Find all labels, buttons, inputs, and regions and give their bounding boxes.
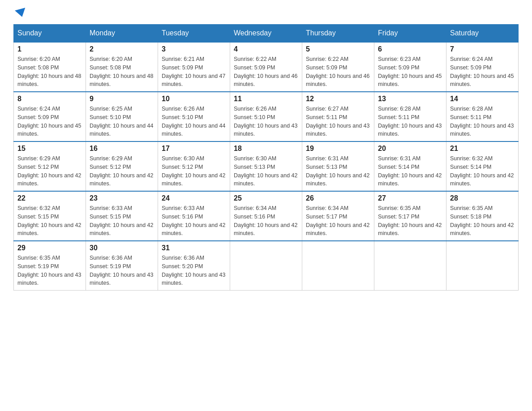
day-number: 16 [90, 145, 154, 153]
day-info: Sunrise: 6:33 AMSunset: 5:16 PMDaylight:… [162, 204, 226, 238]
calendar-cell: 9Sunrise: 6:25 AMSunset: 5:10 PMDaylight… [86, 92, 158, 141]
header-row: SundayMondayTuesdayWednesdayThursdayFrid… [14, 25, 519, 43]
day-info: Sunrise: 6:26 AMSunset: 5:10 PMDaylight:… [162, 105, 226, 138]
calendar-cell: 10Sunrise: 6:26 AMSunset: 5:10 PMDayligh… [158, 92, 230, 141]
day-number: 8 [17, 95, 82, 103]
header-tuesday: Tuesday [158, 25, 230, 43]
day-info: Sunrise: 6:32 AMSunset: 5:14 PMDaylight:… [450, 154, 515, 188]
day-number: 29 [17, 244, 82, 252]
day-info: Sunrise: 6:34 AMSunset: 5:17 PMDaylight:… [306, 204, 370, 238]
day-number: 3 [162, 45, 226, 53]
logo-triangle-icon [15, 8, 27, 18]
day-number: 2 [90, 45, 154, 53]
calendar-cell: 7Sunrise: 6:24 AMSunset: 5:09 PMDaylight… [446, 42, 519, 92]
day-number: 1 [17, 45, 82, 53]
calendar-cell: 20Sunrise: 6:31 AMSunset: 5:14 PMDayligh… [374, 141, 446, 191]
calendar-cell [302, 241, 374, 291]
day-number: 6 [378, 45, 442, 53]
day-info: Sunrise: 6:22 AMSunset: 5:09 PMDaylight:… [306, 55, 370, 89]
calendar-cell: 31Sunrise: 6:36 AMSunset: 5:20 PMDayligh… [158, 241, 230, 291]
calendar-cell: 2Sunrise: 6:20 AMSunset: 5:08 PMDaylight… [86, 42, 158, 92]
day-info: Sunrise: 6:28 AMSunset: 5:11 PMDaylight:… [378, 105, 442, 138]
day-number: 28 [450, 194, 515, 202]
day-number: 17 [162, 145, 226, 153]
calendar-cell: 14Sunrise: 6:28 AMSunset: 5:11 PMDayligh… [446, 92, 519, 141]
day-info: Sunrise: 6:32 AMSunset: 5:15 PMDaylight:… [17, 204, 82, 238]
calendar-cell [230, 241, 302, 291]
day-info: Sunrise: 6:20 AMSunset: 5:08 PMDaylight:… [90, 55, 154, 89]
day-info: Sunrise: 6:30 AMSunset: 5:13 PMDaylight:… [234, 154, 298, 188]
calendar-cell: 22Sunrise: 6:32 AMSunset: 5:15 PMDayligh… [14, 191, 86, 241]
calendar-cell: 4Sunrise: 6:22 AMSunset: 5:09 PMDaylight… [230, 42, 302, 92]
calendar-cell: 25Sunrise: 6:34 AMSunset: 5:16 PMDayligh… [230, 191, 302, 241]
day-info: Sunrise: 6:27 AMSunset: 5:11 PMDaylight:… [306, 105, 370, 138]
day-info: Sunrise: 6:36 AMSunset: 5:20 PMDaylight:… [162, 254, 226, 287]
day-info: Sunrise: 6:25 AMSunset: 5:10 PMDaylight:… [90, 105, 154, 138]
header-sunday: Sunday [14, 25, 86, 43]
calendar-cell: 18Sunrise: 6:30 AMSunset: 5:13 PMDayligh… [230, 141, 302, 191]
calendar-cell: 5Sunrise: 6:22 AMSunset: 5:09 PMDaylight… [302, 42, 374, 92]
day-number: 5 [306, 45, 370, 53]
day-info: Sunrise: 6:22 AMSunset: 5:09 PMDaylight:… [234, 55, 298, 89]
day-info: Sunrise: 6:31 AMSunset: 5:14 PMDaylight:… [378, 154, 442, 188]
header-friday: Friday [374, 25, 446, 43]
calendar-cell: 11Sunrise: 6:26 AMSunset: 5:10 PMDayligh… [230, 92, 302, 141]
calendar-cell [374, 241, 446, 291]
logo [13, 9, 26, 17]
day-number: 26 [306, 194, 370, 202]
calendar-cell: 13Sunrise: 6:28 AMSunset: 5:11 PMDayligh… [374, 92, 446, 141]
week-row-1: 1Sunrise: 6:20 AMSunset: 5:08 PMDaylight… [14, 42, 519, 92]
day-number: 10 [162, 95, 226, 103]
calendar-cell: 28Sunrise: 6:35 AMSunset: 5:18 PMDayligh… [446, 191, 519, 241]
day-info: Sunrise: 6:21 AMSunset: 5:09 PMDaylight:… [162, 55, 226, 89]
day-info: Sunrise: 6:31 AMSunset: 5:13 PMDaylight:… [306, 154, 370, 188]
day-number: 24 [162, 194, 226, 202]
day-number: 4 [234, 45, 298, 53]
day-info: Sunrise: 6:35 AMSunset: 5:17 PMDaylight:… [378, 204, 442, 238]
week-row-2: 8Sunrise: 6:24 AMSunset: 5:09 PMDaylight… [14, 92, 519, 141]
day-info: Sunrise: 6:34 AMSunset: 5:16 PMDaylight:… [234, 204, 298, 238]
calendar-cell: 26Sunrise: 6:34 AMSunset: 5:17 PMDayligh… [302, 191, 374, 241]
calendar-cell: 27Sunrise: 6:35 AMSunset: 5:17 PMDayligh… [374, 191, 446, 241]
day-info: Sunrise: 6:24 AMSunset: 5:09 PMDaylight:… [17, 105, 82, 138]
calendar-cell: 16Sunrise: 6:29 AMSunset: 5:12 PMDayligh… [86, 141, 158, 191]
calendar-cell: 8Sunrise: 6:24 AMSunset: 5:09 PMDaylight… [14, 92, 86, 141]
calendar-table: SundayMondayTuesdayWednesdayThursdayFrid… [13, 24, 519, 291]
day-number: 31 [162, 244, 226, 252]
day-number: 23 [90, 194, 154, 202]
day-number: 7 [450, 45, 515, 53]
calendar-header: SundayMondayTuesdayWednesdayThursdayFrid… [14, 25, 519, 43]
day-number: 30 [90, 244, 154, 252]
day-info: Sunrise: 6:26 AMSunset: 5:10 PMDaylight:… [234, 105, 298, 138]
day-number: 14 [450, 95, 515, 103]
day-info: Sunrise: 6:36 AMSunset: 5:19 PMDaylight:… [90, 254, 154, 287]
calendar-cell: 24Sunrise: 6:33 AMSunset: 5:16 PMDayligh… [158, 191, 230, 241]
day-info: Sunrise: 6:28 AMSunset: 5:11 PMDaylight:… [450, 105, 515, 138]
calendar-cell: 3Sunrise: 6:21 AMSunset: 5:09 PMDaylight… [158, 42, 230, 92]
day-number: 12 [306, 95, 370, 103]
calendar-cell: 15Sunrise: 6:29 AMSunset: 5:12 PMDayligh… [14, 141, 86, 191]
day-info: Sunrise: 6:24 AMSunset: 5:09 PMDaylight:… [450, 55, 515, 89]
day-info: Sunrise: 6:20 AMSunset: 5:08 PMDaylight:… [17, 55, 82, 89]
week-row-4: 22Sunrise: 6:32 AMSunset: 5:15 PMDayligh… [14, 191, 519, 241]
day-number: 13 [378, 95, 442, 103]
page-header [13, 9, 519, 17]
calendar-cell: 17Sunrise: 6:30 AMSunset: 5:12 PMDayligh… [158, 141, 230, 191]
day-info: Sunrise: 6:23 AMSunset: 5:09 PMDaylight:… [378, 55, 442, 89]
calendar-cell: 1Sunrise: 6:20 AMSunset: 5:08 PMDaylight… [14, 42, 86, 92]
day-number: 21 [450, 145, 515, 153]
day-number: 15 [17, 145, 82, 153]
header-wednesday: Wednesday [230, 25, 302, 43]
header-saturday: Saturday [446, 25, 519, 43]
day-number: 11 [234, 95, 298, 103]
day-info: Sunrise: 6:35 AMSunset: 5:19 PMDaylight:… [17, 254, 82, 287]
day-number: 9 [90, 95, 154, 103]
week-row-5: 29Sunrise: 6:35 AMSunset: 5:19 PMDayligh… [14, 241, 519, 291]
calendar-cell: 30Sunrise: 6:36 AMSunset: 5:19 PMDayligh… [86, 241, 158, 291]
calendar-cell: 19Sunrise: 6:31 AMSunset: 5:13 PMDayligh… [302, 141, 374, 191]
day-info: Sunrise: 6:35 AMSunset: 5:18 PMDaylight:… [450, 204, 515, 238]
calendar-cell: 12Sunrise: 6:27 AMSunset: 5:11 PMDayligh… [302, 92, 374, 141]
week-row-3: 15Sunrise: 6:29 AMSunset: 5:12 PMDayligh… [14, 141, 519, 191]
day-info: Sunrise: 6:30 AMSunset: 5:12 PMDaylight:… [162, 154, 226, 188]
header-thursday: Thursday [302, 25, 374, 43]
